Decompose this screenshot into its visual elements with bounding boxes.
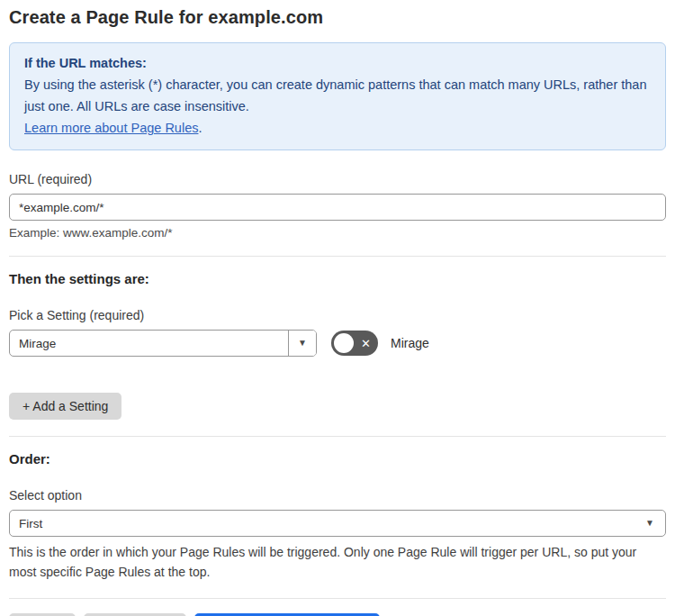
learn-more-link[interactable]: Learn more about Page Rules <box>24 121 198 135</box>
toggle-label: Mirage <box>391 336 429 350</box>
setting-row: Mirage ▼ ✕ Mirage <box>9 330 666 357</box>
info-box-heading: If the URL matches: <box>24 52 651 74</box>
create-page-rule-form: Create a Page Rule for example.com If th… <box>0 0 675 616</box>
order-select-value: First <box>19 517 645 530</box>
settings-section-heading: Then the settings are: <box>9 271 666 286</box>
info-box-link-line: Learn more about Page Rules. <box>24 117 651 139</box>
chevron-down-icon: ▼ <box>298 339 307 348</box>
divider <box>9 436 666 437</box>
order-select[interactable]: First ▼ <box>9 510 666 537</box>
divider <box>9 256 666 257</box>
page-title: Create a Page Rule for example.com <box>9 7 666 28</box>
url-example-helper: Example: www.example.com/* <box>9 226 666 240</box>
url-field-label: URL (required) <box>9 172 666 186</box>
order-section-heading: Order: <box>9 451 666 467</box>
setting-select-value: Mirage <box>10 331 288 356</box>
divider <box>9 598 666 599</box>
setting-select-arrow-button[interactable]: ▼ <box>288 331 316 356</box>
setting-select[interactable]: Mirage ▼ <box>9 330 317 357</box>
order-select-label: Select option <box>9 488 666 503</box>
add-setting-button[interactable]: + Add a Setting <box>9 393 122 420</box>
info-box-body: By using the asterisk (*) character, you… <box>24 74 651 117</box>
order-helper-text: This is the order in which your Page Rul… <box>9 542 657 582</box>
toggle-off-x-icon: ✕ <box>361 338 371 349</box>
pick-setting-label: Pick a Setting (required) <box>9 308 666 322</box>
chevron-down-icon: ▼ <box>645 519 654 528</box>
url-match-info-box: If the URL matches: By using the asteris… <box>9 42 666 150</box>
mirage-toggle[interactable]: ✕ <box>331 331 378 356</box>
toggle-knob <box>334 333 354 353</box>
url-input[interactable] <box>9 194 666 221</box>
link-suffix: . <box>198 121 202 135</box>
